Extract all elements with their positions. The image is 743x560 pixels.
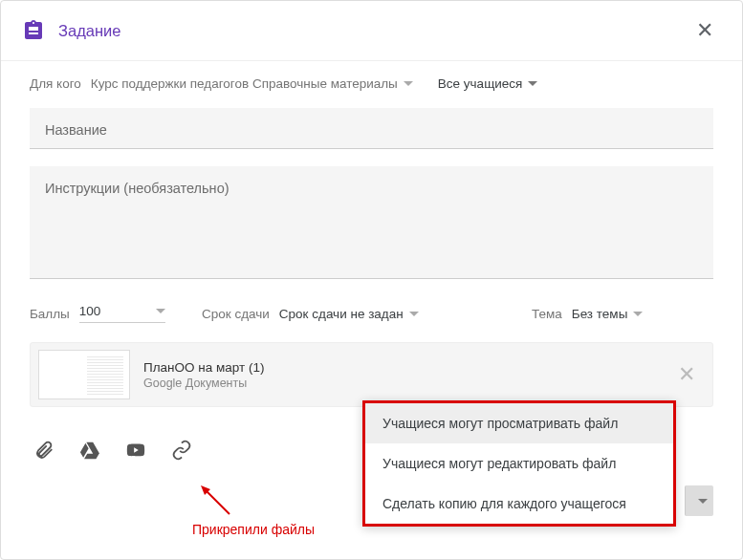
drive-icon[interactable] xyxy=(77,438,102,463)
audience-label: Для кого xyxy=(30,76,81,91)
close-button[interactable]: ✕ xyxy=(688,14,721,47)
attachment-card: ПланОО на март (1) Google Документы ✕ xyxy=(30,342,713,407)
topic-value: Без темы xyxy=(572,307,628,321)
dialog-title: Задание xyxy=(58,22,688,40)
instructions-placeholder: Инструкции (необязательно) xyxy=(45,181,229,196)
chevron-down-icon xyxy=(698,499,708,504)
due-label: Срок сдачи xyxy=(202,307,270,321)
course-select-value: Курс поддержки педагогов Справочные мате… xyxy=(91,76,398,91)
chevron-down-icon xyxy=(404,81,413,86)
annotation-text: Прикрепили файлы xyxy=(192,522,315,537)
chevron-down-icon xyxy=(528,81,537,86)
due-select[interactable]: Срок сдачи не задан xyxy=(279,307,419,321)
attachment-remove-button[interactable]: ✕ xyxy=(668,356,705,393)
chevron-down-icon xyxy=(633,312,643,316)
topic-label: Тема xyxy=(532,307,562,321)
svg-marker-1 xyxy=(201,485,210,495)
assignment-icon xyxy=(22,19,45,42)
title-placeholder: Название xyxy=(45,122,107,138)
students-select[interactable]: Все учащиеся xyxy=(438,76,538,91)
audience-row: Для кого Курс поддержки педагогов Справо… xyxy=(30,76,713,91)
attachment-subtitle: Google Документы xyxy=(143,377,655,390)
chevron-down-icon xyxy=(156,309,165,313)
dropdown-item-view[interactable]: Учащиеся могут просматривать файл xyxy=(365,403,673,443)
dialog-header: Задание ✕ xyxy=(1,1,742,61)
link-icon[interactable] xyxy=(169,438,194,463)
attachment-title: ПланОО на март (1) xyxy=(143,360,655,375)
permission-dropdown: Учащиеся могут просматривать файл Учащие… xyxy=(362,400,676,527)
attachment-thumbnail[interactable] xyxy=(38,350,130,399)
attachment-info: ПланОО на март (1) Google Документы xyxy=(143,360,655,390)
course-select[interactable]: Курс поддержки педагогов Справочные мате… xyxy=(91,76,413,91)
annotation-arrow-icon xyxy=(199,484,237,522)
svg-line-0 xyxy=(205,489,229,514)
points-select[interactable]: 100 xyxy=(79,304,165,323)
meta-row: Баллы 100 Срок сдачи Срок сдачи не задан… xyxy=(30,304,713,323)
students-select-value: Все учащиеся xyxy=(438,76,523,91)
due-value: Срок сдачи не задан xyxy=(279,307,404,321)
title-input[interactable]: Название xyxy=(30,108,713,149)
paperclip-icon[interactable] xyxy=(32,438,56,463)
youtube-icon[interactable] xyxy=(123,438,148,463)
chevron-down-icon xyxy=(409,312,419,316)
dropdown-item-copy[interactable]: Сделать копию для каждого учащегося xyxy=(365,484,673,524)
submit-dropdown-button[interactable] xyxy=(685,485,713,516)
topic-select[interactable]: Без темы xyxy=(572,307,644,321)
points-label: Баллы xyxy=(30,307,70,321)
points-value: 100 xyxy=(79,304,101,318)
instructions-input[interactable]: Инструкции (необязательно) xyxy=(30,166,713,279)
dropdown-item-edit[interactable]: Учащиеся могут редактировать файл xyxy=(365,443,673,484)
